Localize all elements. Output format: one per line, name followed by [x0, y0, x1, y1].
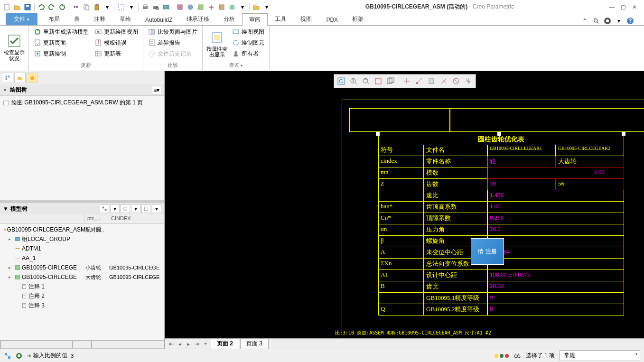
- owner-button[interactable]: 所有者: [230, 48, 266, 59]
- hscroll-2[interactable]: [73, 341, 92, 349]
- mtool-3-icon[interactable]: [121, 204, 130, 213]
- status-icon-2[interactable]: [15, 352, 23, 360]
- update-page-button[interactable]: 更新页面: [32, 37, 91, 48]
- model-col-3[interactable]: CINDEX: [108, 214, 164, 223]
- tab-autobuildz[interactable]: AutobuildZ: [138, 14, 179, 25]
- update-draw-button[interactable]: 更新绘制: [32, 48, 91, 59]
- drawtree-expand-icon[interactable]: ▼: [3, 88, 7, 93]
- zoom-fit-icon[interactable]: [335, 75, 347, 87]
- vtool-10-icon[interactable]: [450, 75, 462, 87]
- hscroll-1[interactable]: [0, 341, 73, 349]
- modeltree-expand-icon[interactable]: ▼: [3, 205, 9, 212]
- mtool-2-icon[interactable]: ▾: [110, 204, 120, 213]
- vtool-11-icon[interactable]: [462, 75, 475, 87]
- qat-save-icon[interactable]: [23, 2, 32, 12]
- handle-tr[interactable]: [622, 132, 625, 136]
- table-row[interactable]: cindex零件名称轮大齿轮: [378, 156, 624, 167]
- drawing-table[interactable]: 圆柱齿轮优化表 符号 文件名 GB10095-CIRLCEGEAR1 GB100…: [378, 134, 624, 316]
- sheet-tab-3[interactable]: 页面 3: [240, 338, 269, 349]
- model-row[interactable]: 注释 3: [1, 301, 163, 310]
- tab-sketch[interactable]: 草绘: [112, 13, 138, 25]
- search-icon[interactable]: [592, 17, 600, 25]
- tab-annotate[interactable]: 注释: [87, 13, 112, 25]
- table-row[interactable]: Cn*顶隙系数0.250: [378, 213, 624, 224]
- sheet-first-icon[interactable]: ⇤: [167, 340, 176, 348]
- qat-tool10-icon[interactable]: [175, 2, 185, 12]
- handle-tm[interactable]: [497, 132, 501, 136]
- update-table-button[interactable]: 更新表: [93, 48, 140, 59]
- tab-view[interactable]: 视图: [293, 13, 319, 25]
- vtool-8-icon[interactable]: [425, 75, 438, 87]
- model-row[interactable]: 注释 2: [1, 291, 163, 301]
- qat-redo-icon[interactable]: [47, 2, 56, 12]
- tab-pdx[interactable]: PDX: [319, 14, 345, 25]
- table-row[interactable]: B齿宽20.00: [378, 281, 624, 293]
- binoculars-icon[interactable]: [513, 352, 521, 360]
- panel-tab-2[interactable]: [14, 73, 26, 83]
- table-row[interactable]: A1设计中心距198.00 ± 0.0575: [378, 270, 624, 281]
- model-row[interactable]: ▸GB10095-CIRLCEGE大齿轮GB10095-CIRLCEGE: [1, 272, 163, 282]
- maximize-icon[interactable]: ▢: [619, 3, 627, 11]
- draw-view-button[interactable]: 绘图视图: [230, 27, 266, 37]
- table-row[interactable]: 速比1.436: [378, 190, 624, 202]
- tab-inherit[interactable]: 继承迁移: [179, 13, 216, 25]
- check-display-button[interactable]: 检查显示状况: [3, 27, 26, 68]
- table-row[interactable]: QGB10095.2精度等级8: [378, 304, 624, 316]
- group-query-label[interactable]: 查询: [205, 61, 266, 70]
- tab-tools[interactable]: 工具: [268, 13, 293, 25]
- scale-input[interactable]: [69, 353, 98, 359]
- close-icon[interactable]: ✕: [631, 3, 638, 11]
- vtool-6-icon[interactable]: [401, 75, 413, 87]
- ribbon-min-icon[interactable]: ⌃: [580, 17, 589, 25]
- table-row[interactable]: αn压力角20.0: [378, 224, 624, 236]
- model-row[interactable]: GB10095-CIRLCEGEAR_ASM配对圆..: [1, 225, 163, 234]
- drawtree-item[interactable]: 绘图 GB10095-CIRLCEGEAR_ASM.DRW 的第 1 页: [1, 98, 163, 108]
- model-row[interactable]: ▸组LOCAL_GROUP: [1, 234, 163, 244]
- qat-printpre-icon[interactable]: [151, 2, 160, 12]
- table-row[interactable]: Z齿数3956: [378, 179, 624, 190]
- tab-frame[interactable]: 框架: [345, 13, 371, 25]
- qat-tool11-icon[interactable]: [186, 2, 195, 12]
- qat-tool6-icon[interactable]: ▾: [127, 2, 136, 12]
- highlight-attr-button[interactable]: 按属性突出显示: [205, 27, 228, 61]
- sheet-add-icon[interactable]: +: [201, 340, 210, 348]
- hscroll-3[interactable]: [92, 341, 164, 349]
- qat-paste-icon[interactable]: [92, 2, 102, 12]
- vtool-7-icon[interactable]: [413, 75, 425, 87]
- qat-select-icon[interactable]: [116, 2, 126, 12]
- panel-tab-1[interactable]: [2, 73, 13, 83]
- qat-tool16b-icon[interactable]: ▾: [262, 2, 271, 12]
- mtool-6-icon[interactable]: ▾: [152, 204, 161, 213]
- draw-entity-button[interactable]: 绘制图元: [230, 37, 266, 48]
- qat-tool15-icon[interactable]: [227, 2, 237, 12]
- template-err-button[interactable]: !模板错误: [93, 37, 140, 48]
- model-col-1[interactable]: [0, 214, 84, 223]
- tab-analysis[interactable]: 分析: [216, 13, 242, 25]
- vtool-5-icon[interactable]: [384, 75, 397, 87]
- qat-print-icon[interactable]: [140, 2, 150, 12]
- tab-review[interactable]: 审阅: [242, 13, 268, 26]
- vtool-9-icon[interactable]: [438, 75, 450, 87]
- minimize-icon[interactable]: —: [608, 3, 616, 11]
- update-view-button[interactable]: 更新绘图视图: [93, 27, 140, 37]
- qat-tool14-icon[interactable]: [217, 2, 226, 12]
- handle-tl[interactable]: [376, 132, 380, 136]
- mtool-5-icon[interactable]: [141, 204, 151, 213]
- mtool-1-icon[interactable]: [100, 204, 109, 213]
- qat-cut-icon[interactable]: ✂: [71, 2, 81, 12]
- qat-tool12-icon[interactable]: [196, 2, 205, 12]
- zoom-in-icon[interactable]: +: [347, 75, 360, 87]
- resource-icon[interactable]: [603, 17, 612, 25]
- repaint-icon[interactable]: [372, 75, 384, 87]
- model-row[interactable]: ADTM1: [1, 244, 163, 253]
- model-row[interactable]: ▸GB10095-CIRLCEGE小齿轮GB10095-CIRLCEGE: [1, 263, 163, 272]
- qat-new-icon[interactable]: [2, 2, 11, 12]
- qat-open-icon[interactable]: [12, 2, 22, 12]
- compare-page-button[interactable]: 比较页面与图片: [146, 27, 199, 37]
- panel-tab-3[interactable]: [27, 73, 38, 83]
- table-row[interactable]: mn模数4.00: [378, 167, 624, 179]
- tab-table[interactable]: 表: [67, 13, 87, 25]
- status-icon-1[interactable]: [4, 352, 11, 360]
- tab-layout[interactable]: 布局: [41, 13, 67, 25]
- diff-report-button[interactable]: 差异报告: [146, 37, 199, 48]
